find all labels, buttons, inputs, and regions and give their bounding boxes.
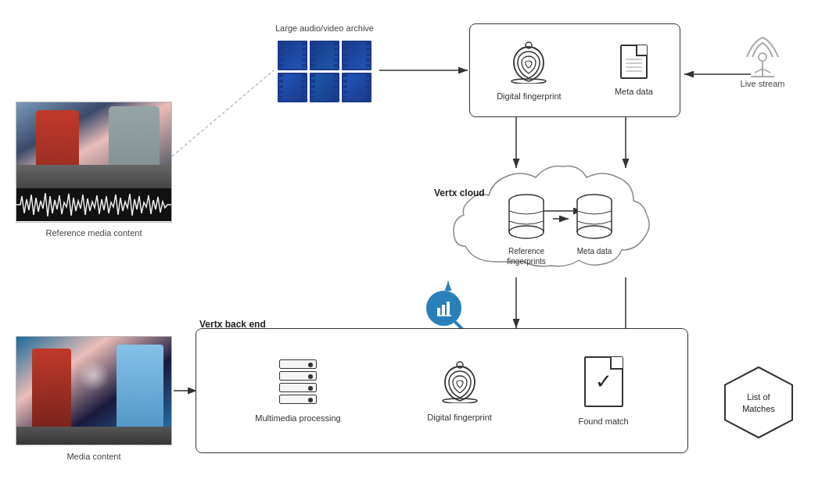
- svg-rect-34: [437, 308, 440, 316]
- svg-rect-36: [447, 302, 450, 316]
- film-cell-1: [278, 41, 307, 70]
- large-archive-label: Large audio/video archive: [270, 23, 379, 33]
- ref-fingerprints-db: Reference fingerprints: [503, 191, 550, 266]
- doc-lines: [626, 59, 642, 74]
- top-box: Digital fingerprint Meta data: [469, 23, 680, 117]
- vertx-cloud-area: Vertx cloud Reference fingerprints: [434, 137, 747, 285]
- ref-db-icon: [505, 191, 548, 242]
- found-match-label: Found match: [578, 416, 628, 426]
- ground-media: [16, 427, 171, 445]
- filmstrips-area: [278, 41, 371, 102]
- document-icon: [620, 45, 648, 79]
- bg-bridge: [16, 165, 171, 188]
- reference-media-image: [16, 102, 172, 223]
- film-cell-6: [342, 73, 371, 102]
- metadata-top-item: Meta data: [615, 45, 653, 96]
- reference-media-label: Reference media content: [16, 228, 172, 238]
- meta-data-cloud-db: Meta data: [571, 191, 618, 256]
- ref-fingerprints-label: Reference fingerprints: [503, 246, 550, 266]
- vertx-cloud-label: Vertx cloud: [434, 188, 485, 198]
- film-cell-4: [278, 73, 307, 102]
- live-stream-area: Live stream: [739, 30, 786, 88]
- server-rack-3: [279, 383, 317, 392]
- digital-fingerprint-bottom-label: Digital fingerprint: [427, 413, 492, 422]
- server-rack-2: [279, 371, 317, 381]
- list-of-matches-text: List of Matches: [731, 391, 786, 415]
- media-image-content: [16, 337, 171, 445]
- svg-point-27: [509, 226, 544, 238]
- meta-db-icon: [573, 191, 616, 242]
- multimedia-processing-label: Multimedia processing: [255, 413, 340, 423]
- doc-line-1: [626, 59, 642, 60]
- doc-line-4: [626, 70, 642, 72]
- cloud-inner-arrow: [551, 211, 575, 227]
- live-stream-label: Live stream: [739, 79, 786, 88]
- digital-fingerprint-top-label: Digital fingerprint: [497, 91, 562, 101]
- light-effect: [78, 360, 109, 391]
- doc-line-3: [626, 66, 642, 68]
- film-cell-2: [310, 41, 339, 70]
- media-content-label: Media content: [16, 452, 172, 461]
- found-match-doc: ✓: [584, 356, 623, 407]
- fingerprint-top-icon: [509, 41, 548, 84]
- list-of-matches-area: List of Matches: [720, 363, 798, 444]
- fingerprint-bottom-icon: [440, 360, 479, 403]
- multimedia-processing-item: Multimedia processing: [255, 359, 340, 423]
- audio-waveform: [16, 188, 171, 221]
- main-diagram: Large audio/video archive: [0, 0, 829, 504]
- server-rack-1: [279, 359, 317, 369]
- found-match-item: ✓ Found match: [578, 356, 628, 426]
- query-icon: [426, 291, 461, 326]
- doc-line-2: [626, 63, 642, 64]
- media-deadpool: [32, 349, 71, 427]
- film-cell-3: [342, 41, 371, 70]
- svg-line-22: [763, 69, 770, 73]
- waveform-svg: [16, 188, 171, 221]
- media-colossus: [117, 345, 163, 427]
- query-chart-icon: [436, 300, 453, 317]
- server-icon: [279, 359, 317, 404]
- svg-line-21: [755, 69, 763, 73]
- fingerprint-top-item: Digital fingerprint: [497, 41, 562, 101]
- antenna-icon: [739, 30, 786, 80]
- fingerprint-bottom-item: Digital fingerprint: [427, 360, 492, 422]
- svg-rect-35: [442, 305, 445, 316]
- svg-line-10: [172, 70, 274, 156]
- meta-data-top-label: Meta data: [615, 87, 653, 96]
- ref-image-content: [16, 102, 171, 188]
- meta-data-cloud-label: Meta data: [571, 246, 618, 256]
- server-rack-4: [279, 395, 317, 404]
- film-cell-5: [310, 73, 339, 102]
- svg-point-32: [577, 226, 612, 238]
- media-content-image: [16, 336, 172, 445]
- svg-point-18: [759, 53, 766, 61]
- process-box: Multimedia processing Digital fingerprin…: [196, 328, 688, 453]
